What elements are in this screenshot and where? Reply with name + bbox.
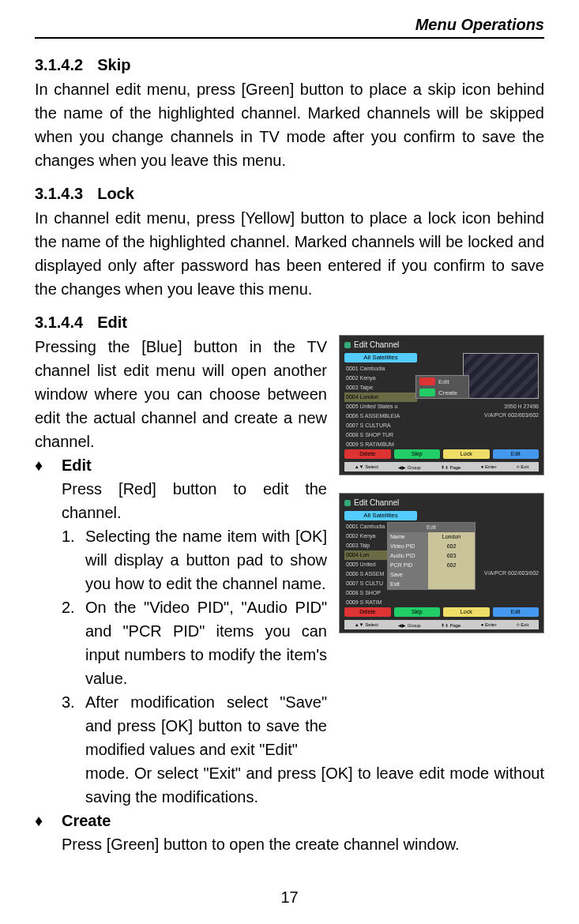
edit-panel-row-save: Save [388, 570, 475, 580]
hint: ⎋ Exit [517, 464, 529, 469]
section-heading-edit: 3.1.4.4Edit [35, 314, 544, 332]
edit-panel: Edit NameLondon Video PID602 Audio PID60… [387, 522, 476, 590]
running-header: Menu Operations [35, 16, 544, 34]
popup-label: Edit [438, 378, 449, 385]
all-satellites-pill: All Satellites [344, 511, 417, 520]
screen-title: Edit Channel [354, 340, 399, 349]
list-item-3-continuation: mode. Or select "Exit" and press [OK] to… [85, 761, 544, 809]
preview-flag-image [463, 353, 539, 399]
field-label: Exit [388, 580, 428, 589]
section-number: 3.1.4.2 [35, 56, 83, 74]
channel-row: 0001 Cambodia [344, 364, 417, 374]
list-item-1: 1. Selecting the name item with [OK] wil… [62, 524, 327, 595]
hint: ◀▶ Group [398, 622, 420, 628]
field-label: Save [388, 570, 428, 580]
hint: ◀▶ Group [398, 464, 420, 470]
screenshot-edit-panel: Edit Channel All Satellites 0001 Cambodi… [339, 493, 544, 633]
popup-row-create: Create [416, 387, 468, 398]
section-heading-skip: 3.1.4.2Skip [35, 56, 544, 74]
red-color-icon [419, 377, 435, 385]
green-color-icon [419, 389, 435, 396]
signal-line: V/A/PCR 602/603/602 [464, 411, 539, 419]
list-item-2: 2. On the "Video PID", "Audio PID" and "… [62, 595, 327, 690]
hint: ⇞⇟ Page [441, 464, 461, 470]
channel-row: 0006 S ASSEMBLEIA [344, 411, 417, 421]
hint: ● Enter [481, 464, 497, 469]
signal-info: 3950 H 27498 V/A/PCR 602/603/602 [464, 402, 539, 419]
diamond-bullet-icon: ♦ [35, 453, 62, 477]
edit-intro: Pressing the [Blue] button in the TV cha… [35, 335, 327, 453]
field-label: Name [388, 532, 428, 542]
diamond-bullet-icon: ♦ [35, 809, 62, 832]
hint: ▲▼ Select [355, 622, 378, 627]
list-num: 3. [62, 690, 85, 761]
screenshot-column: Edit Channel All Satellites 0001 Cambodi… [339, 335, 544, 651]
hint-bar: ▲▼ Select ◀▶ Group ⇞⇟ Page ● Enter ⎋ Exi… [344, 620, 539, 629]
edit-button: Edit [493, 607, 540, 617]
channel-row: 0002 Kenya [344, 374, 417, 383]
bullet-edit: ♦ Edit Press [Red] button to edit the ch… [35, 453, 327, 761]
signal-line [464, 560, 539, 569]
hint: ⇞⇟ Page [441, 622, 461, 628]
list-item-3: 3. After modification select "Save" and … [62, 690, 327, 761]
page-number: 17 [0, 888, 579, 907]
delete-button: Delete [344, 607, 391, 617]
channel-row: 0009 S RATIM [344, 598, 417, 607]
color-button-bar: Delete Skip Lock Edit [344, 449, 539, 459]
edit-button: Edit [493, 449, 540, 459]
edit-panel-row-video-pid: Video PID602 [388, 542, 475, 551]
hint: ● Enter [481, 622, 497, 627]
section-body-lock: In channel edit menu, press [Yellow] but… [35, 206, 544, 301]
channel-row: 0007 S CULTURA [344, 421, 417, 430]
channel-row: 0005 United States o [344, 402, 417, 411]
hint-bar: ▲▼ Select ◀▶ Group ⇞⇟ Page ● Enter ⎋ Exi… [344, 462, 539, 471]
list-text: Selecting the name item with [OK] will d… [85, 524, 327, 595]
channel-row: 0004 London [344, 393, 417, 402]
numbered-list: 1. Selecting the name item with [OK] wil… [62, 524, 327, 761]
title-dot-icon [344, 342, 351, 348]
skip-button: Skip [394, 607, 441, 617]
screenshot-edit-popup: Edit Channel All Satellites 0001 Cambodi… [339, 335, 544, 475]
all-satellites-pill: All Satellites [344, 353, 417, 362]
bullet-label-edit: Edit [62, 453, 92, 477]
bullet-create: ♦ Create [35, 809, 544, 832]
list-num: 2. [62, 595, 85, 690]
edit-create-popup: Edit Create [415, 375, 469, 399]
signal-info: V/A/PCR 602/603/602 [464, 560, 539, 577]
bullet-label-create: Create [62, 809, 111, 832]
section-body-skip: In channel edit menu, press [Green] butt… [35, 77, 544, 172]
screen-title: Edit Channel [354, 498, 399, 507]
section-heading-lock: 3.1.4.3Lock [35, 185, 544, 203]
channel-list: 0001 Cambodia 0002 Kenya 0003 Taipe 0004… [344, 364, 417, 459]
list-num: 1. [62, 524, 85, 595]
section-title: Lock [97, 185, 134, 202]
channel-row: 0003 Taipe [344, 383, 417, 393]
field-value: 602 [428, 542, 475, 551]
screen-titlebar: Edit Channel [344, 340, 399, 349]
popup-row-edit: Edit [416, 376, 468, 387]
edit-panel-row-name: NameLondon [388, 532, 475, 542]
lock-button: Lock [443, 607, 490, 617]
field-value [428, 580, 475, 589]
page: Menu Operations 3.1.4.2Skip In channel e… [0, 0, 579, 924]
hint: ⎋ Exit [517, 622, 529, 627]
title-dot-icon [344, 500, 351, 506]
list-text: On the "Video PID", "Audio PID" and "PCR… [85, 595, 327, 690]
edit-panel-row-exit: Exit [388, 580, 475, 589]
hint: ▲▼ Select [355, 464, 378, 469]
popup-label: Create [438, 389, 457, 396]
field-label: PCR PID [388, 561, 428, 570]
edit-panel-row-audio-pid: Audio PID603 [388, 551, 475, 561]
edit-panel-header: Edit [388, 523, 475, 532]
header-rule [35, 37, 544, 39]
section-number: 3.1.4.4 [35, 314, 83, 332]
section-title: Edit [97, 314, 127, 331]
color-button-bar: Delete Skip Lock Edit [344, 607, 539, 617]
edit-panel-row-pcr-pid: PCR PID602 [388, 561, 475, 570]
signal-line: V/A/PCR 602/603/602 [464, 569, 539, 577]
edit-block: Edit Channel All Satellites 0001 Cambodi… [35, 335, 544, 856]
lock-button: Lock [443, 449, 490, 459]
channel-row: 0009 S RATIMBUM [344, 440, 417, 449]
field-label: Audio PID [388, 551, 428, 561]
signal-line: 3950 H 27498 [464, 402, 539, 411]
